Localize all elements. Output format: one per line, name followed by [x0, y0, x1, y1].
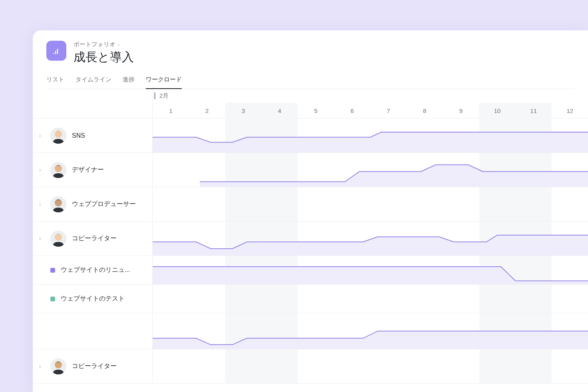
row-left: ウェブサイトのリニュ... [33, 256, 153, 284]
row-left [33, 313, 153, 349]
expand-chevron-icon[interactable]: › [39, 201, 45, 207]
svg-point-10 [55, 234, 62, 241]
day-cell[interactable]: 6 [334, 103, 370, 119]
task-label[interactable]: ウェブサイトのリニュ... [61, 266, 130, 274]
person-row: › ウェブプロデューサー [33, 187, 588, 222]
row-left: › ウェブプロデューサー [33, 187, 153, 221]
person-row: › デザイナー [33, 153, 588, 187]
workload-rows: › SNS› デザイナー› ウェブプロデューサー› コピーライターウェブサイトの… [33, 119, 588, 391]
breadcrumb[interactable]: ポートフォリオ › [74, 41, 134, 48]
day-cell[interactable]: 7 [370, 103, 407, 119]
day-cell[interactable]: 3 [225, 103, 262, 119]
avatar[interactable] [50, 128, 66, 144]
day-cell[interactable]: 12 [552, 103, 588, 119]
avatar[interactable] [50, 162, 66, 178]
row-left: › デザイナー [33, 153, 153, 187]
avatar[interactable] [50, 358, 66, 374]
row-left: › コピーライター [33, 222, 153, 255]
day-cell[interactable]: 8 [407, 103, 443, 119]
spacer-row [33, 313, 588, 349]
app-window: ポートフォリオ › 成長と導入 リストタイムライン進捗ワークロード 2月 123… [33, 30, 588, 392]
row-timeline[interactable] [153, 119, 588, 152]
svg-point-8 [55, 199, 62, 206]
breadcrumb-label: ポートフォリオ [74, 41, 115, 48]
expand-chevron-icon[interactable]: › [39, 167, 45, 173]
tabs: リストタイムライン進捗ワークロード [46, 73, 574, 89]
person-label: コピーライター [72, 234, 117, 243]
tab-progress[interactable]: 進捗 [123, 73, 135, 89]
month-label: 2月 [159, 92, 169, 100]
expand-chevron-icon[interactable]: › [39, 363, 45, 369]
task-label[interactable]: ウェブサイトのテスト [61, 295, 125, 303]
workload-fill [200, 165, 588, 187]
row-timeline[interactable] [153, 187, 588, 221]
svg-rect-1 [55, 51, 56, 54]
svg-rect-0 [54, 53, 54, 54]
row-timeline[interactable] [153, 153, 588, 187]
person-label: デザイナー [72, 166, 104, 174]
person-row: › コピーライター [33, 222, 588, 256]
day-cell[interactable]: 1 [153, 103, 189, 119]
task-row: ウェブサイトのリニュ... [33, 256, 588, 285]
avatar[interactable] [50, 196, 66, 212]
day-cell[interactable]: 4 [261, 103, 298, 119]
month-row: 2月 [153, 89, 588, 103]
row-timeline[interactable] [153, 256, 588, 284]
task-row: ウェブサイトのテスト [33, 285, 588, 313]
person-row: › コピーライター [33, 349, 588, 384]
expand-chevron-icon[interactable]: › [39, 133, 45, 139]
month-marker-icon [154, 92, 155, 99]
svg-point-12 [55, 361, 62, 368]
days-row: 123456789101112 [153, 103, 588, 119]
person-label: コピーライター [72, 362, 117, 370]
svg-point-6 [55, 165, 62, 172]
tab-workload[interactable]: ワークロード [146, 73, 182, 89]
workload-fill [153, 235, 588, 255]
day-cell[interactable]: 2 [189, 103, 225, 119]
avatar[interactable] [50, 231, 66, 247]
day-cell[interactable]: 10 [479, 103, 515, 119]
person-row: › SNS [33, 119, 588, 153]
expand-chevron-icon[interactable]: › [39, 236, 45, 242]
workload-fill [153, 267, 588, 284]
row-timeline[interactable] [153, 285, 588, 313]
svg-rect-2 [57, 49, 58, 54]
day-cell[interactable]: 9 [443, 103, 479, 119]
day-cell[interactable]: 11 [515, 103, 552, 119]
task-color-dot [50, 297, 55, 301]
tab-timeline[interactable]: タイムライン [75, 73, 111, 89]
row-timeline[interactable] [153, 222, 588, 255]
row-timeline[interactable] [153, 349, 588, 383]
row-timeline[interactable] [153, 313, 588, 349]
workload-view: 2月 123456789101112 › SNS› デザイナー› ウェブプロデュ… [33, 89, 588, 391]
row-left: › SNS [33, 119, 153, 152]
tab-list[interactable]: リスト [46, 73, 64, 89]
portfolio-folder-icon [46, 41, 66, 61]
person-label: SNS [72, 132, 85, 139]
chevron-right-icon: › [118, 42, 119, 48]
header: ポートフォリオ › 成長と導入 リストタイムライン進捗ワークロード [33, 30, 588, 89]
page-title: 成長と導入 [74, 49, 134, 65]
svg-point-4 [55, 131, 62, 138]
workload-fill [153, 331, 588, 349]
row-left: ウェブサイトのテスト [33, 285, 153, 313]
person-label: ウェブプロデューサー [72, 200, 136, 208]
timeline-header: 2月 123456789101112 [33, 89, 588, 119]
day-cell[interactable]: 5 [298, 103, 334, 119]
row-left: › コピーライター [33, 349, 153, 383]
task-color-dot [50, 268, 55, 273]
